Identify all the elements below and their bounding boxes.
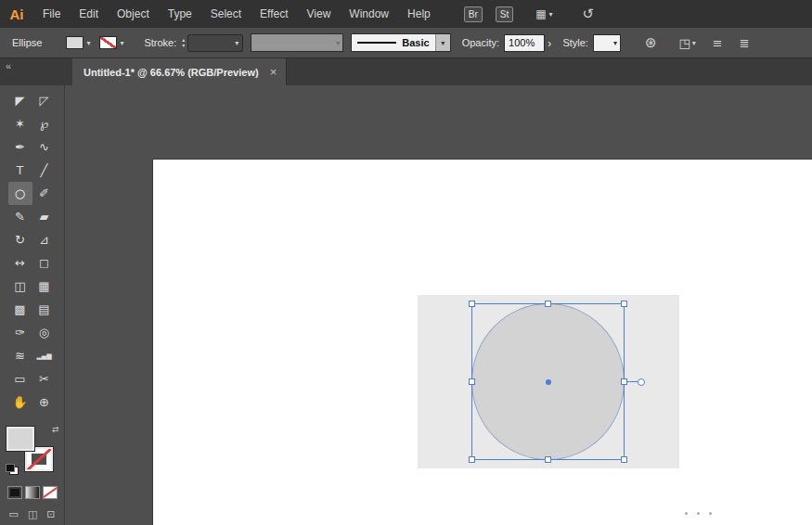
stroke-none-swatch-icon — [99, 36, 117, 49]
chevron-down-icon: ▾ — [120, 39, 123, 47]
selection-handle-se[interactable] — [621, 456, 627, 463]
bridge-button[interactable]: Br — [464, 6, 483, 22]
tools-grid: ◤ ◸ ✶ ℘ ✒ ∿ T ╱ ○ ✐ ✎ ▰ ↻ ⊿ ↔ ◻ ◫ ▦ ▩ ▤ — [0, 89, 64, 414]
zoom-tool[interactable]: ⊕ — [32, 391, 57, 414]
stroke-label: Stroke: — [144, 37, 176, 48]
rotate-tool[interactable]: ↻ — [8, 228, 32, 251]
slice-tool[interactable]: ✂ — [32, 367, 57, 391]
gradient-button[interactable] — [25, 486, 40, 499]
width-tool[interactable]: ↔ — [8, 251, 32, 275]
chevron-down-icon: ▾ — [86, 39, 90, 47]
lasso-tool[interactable]: ℘ — [32, 112, 57, 135]
menu-item-window[interactable]: Window — [340, 0, 398, 28]
context-label: Ellipse — [12, 37, 42, 48]
draw-inside-icon[interactable]: ⊡ — [46, 508, 55, 520]
menu-item-select[interactable]: Select — [201, 0, 251, 28]
menu-item-type[interactable]: Type — [159, 0, 201, 28]
brush-name: Basic — [402, 37, 429, 48]
none-slash-icon — [26, 448, 51, 471]
selection-handle-w[interactable] — [469, 378, 475, 385]
mesh-tool[interactable]: ▩ — [8, 298, 32, 321]
blend-tool[interactable]: ◎ — [32, 321, 57, 344]
default-fill-icon — [6, 464, 15, 472]
tools-panel: « ◤ ◸ ✶ ℘ ✒ ∿ T ╱ ○ ✐ ✎ ▰ ↻ ⊿ ↔ ◻ ◫ ▦ — [0, 58, 65, 525]
selection-handle-nw[interactable] — [469, 301, 475, 307]
brush-definition-select[interactable]: Basic ▾ — [351, 33, 450, 52]
menu-item-view[interactable]: View — [298, 0, 341, 28]
perspective-grid-tool[interactable]: ▦ — [32, 275, 57, 298]
width-profile-select[interactable]: ▾ — [251, 33, 343, 52]
free-transform-tool[interactable]: ◻ — [32, 251, 57, 275]
align-top-icon[interactable]: ≣ — [740, 36, 750, 50]
column-graph-tool[interactable]: ▂▄▆ — [32, 344, 57, 367]
hand-tool[interactable]: ✋ — [8, 391, 32, 414]
ellipse-tool[interactable]: ○ — [8, 182, 32, 205]
curvature-tool[interactable]: ∿ — [32, 135, 57, 159]
type-tool[interactable]: T — [8, 159, 32, 182]
sync-icon[interactable]: ↺ — [583, 6, 595, 22]
menu-item-object[interactable]: Object — [108, 0, 159, 28]
menu-item-effect[interactable]: Effect — [251, 0, 297, 28]
app-logo: Ai — [0, 6, 33, 22]
draw-behind-icon[interactable]: ◫ — [28, 508, 37, 520]
selection-handle-ne[interactable] — [621, 301, 627, 307]
menu-item-file[interactable]: File — [33, 0, 70, 28]
shape-builder-tool[interactable]: ◫ — [8, 275, 32, 298]
chevron-down-icon: ▾ — [692, 39, 696, 47]
eraser-tool[interactable]: ▰ — [32, 205, 57, 228]
stroke-color-select[interactable]: ▾ — [99, 36, 123, 49]
eyedropper-tool[interactable]: ✑ — [8, 321, 32, 344]
menu-item-edit[interactable]: Edit — [70, 0, 108, 28]
fill-color-select[interactable]: ▾ — [66, 36, 90, 49]
graphic-style-select[interactable]: ▾ — [593, 34, 621, 52]
drawing-modes: ▭ ◫ ⊡ — [9, 508, 56, 520]
selection-handle-s[interactable] — [545, 456, 551, 463]
gradient-tool[interactable]: ▤ — [32, 298, 57, 321]
paintbrush-tool[interactable]: ✐ — [32, 182, 57, 205]
menu-bar: Ai File Edit Object Type Select Effect V… — [0, 0, 812, 28]
canvas[interactable] — [65, 85, 812, 525]
swap-fill-stroke-icon[interactable]: ⇄ — [52, 425, 59, 434]
opacity-input[interactable]: 100% — [504, 34, 545, 52]
selection-tool[interactable]: ◤ — [8, 89, 32, 112]
transform-widget-line — [626, 381, 638, 382]
selection-handle-sw[interactable] — [469, 456, 475, 463]
opacity-dropdown-arrow-icon[interactable]: › — [548, 36, 551, 50]
magic-wand-tool[interactable]: ✶ — [8, 112, 32, 135]
brush-dropdown-button[interactable]: ▾ — [435, 34, 450, 51]
align-left-icon[interactable]: ≡ — [713, 36, 723, 50]
artboard-tool[interactable]: ▭ — [8, 367, 32, 391]
draw-normal-icon[interactable]: ▭ — [9, 508, 19, 520]
line-segment-tool[interactable]: ╱ — [32, 159, 57, 182]
transform-menu-button[interactable]: ◳ ▾ — [678, 36, 695, 50]
stroke-weight-select[interactable]: ▾ — [187, 34, 243, 52]
color-button[interactable] — [7, 486, 22, 499]
document-tab[interactable]: Untitled-1* @ 66.67% (RGB/Preview) × — [72, 58, 287, 85]
pencil-tool[interactable]: ✎ — [8, 205, 32, 228]
close-icon[interactable]: × — [270, 65, 277, 79]
selection-handle-n[interactable] — [545, 301, 551, 307]
default-fill-stroke-button[interactable] — [6, 464, 19, 475]
menu-item-help[interactable]: Help — [398, 0, 440, 28]
workspace-switcher[interactable]: ▦ ▾ — [535, 7, 552, 20]
transform-widget-handle[interactable] — [638, 378, 645, 386]
recolor-artwork-icon[interactable]: ⊛ — [645, 34, 657, 51]
workspace-icon: ▦ — [535, 7, 546, 20]
chevron-down-icon: ▾ — [549, 10, 553, 19]
opacity-label[interactable]: Opacity: — [462, 37, 499, 48]
document-tab-bar: Untitled-1* @ 66.67% (RGB/Preview) × — [65, 58, 812, 85]
stock-button[interactable]: St — [496, 6, 513, 22]
control-bar: Ellipse ▾ ▾ Stroke: ▴ ▾ ▾ ▾ Basic ▾ Opac — [0, 28, 812, 58]
scale-tool[interactable]: ⊿ — [32, 228, 57, 251]
direct-selection-tool[interactable]: ◸ — [32, 89, 57, 112]
fill-indicator[interactable] — [6, 427, 34, 451]
pen-tool[interactable]: ✒ — [8, 135, 32, 159]
symbol-sprayer-tool[interactable]: ≋ — [8, 344, 32, 367]
collapse-panel-button[interactable]: « — [6, 60, 11, 71]
stroke-weight-stepper[interactable]: ▴ ▾ — [182, 37, 185, 48]
none-button[interactable] — [43, 486, 58, 499]
selection-center-point[interactable] — [546, 379, 551, 385]
brush-stroke-preview — [357, 42, 396, 44]
color-type-buttons — [7, 486, 58, 499]
chevron-down-icon: ▾ — [613, 39, 617, 47]
